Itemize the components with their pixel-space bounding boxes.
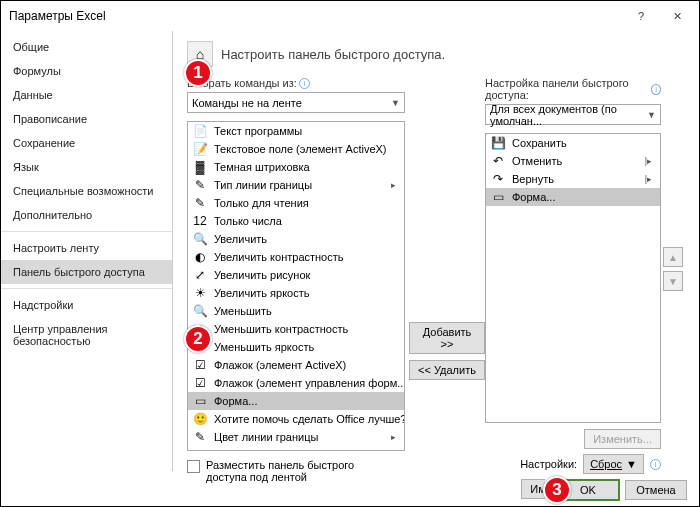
- qat-column: Настройка панели быстрого доступа: i Для…: [485, 77, 685, 504]
- reset-button[interactable]: Сброс▼: [583, 454, 644, 474]
- item-icon: ↷: [490, 171, 506, 187]
- sidebar-item[interactable]: Панель быстрого доступа: [1, 260, 172, 284]
- item-icon: 📄: [192, 123, 208, 139]
- item-label: Цвет линии границы: [214, 431, 318, 443]
- sidebar-item[interactable]: Надстройки: [1, 293, 172, 317]
- item-label: Только для чтения: [214, 197, 309, 209]
- commands-column: Выбрать команды из: i Команды не на лент…: [187, 77, 409, 504]
- item-icon: ✎: [192, 177, 208, 193]
- list-item[interactable]: ▭Форма...: [486, 188, 660, 206]
- sidebar-item[interactable]: Настроить ленту: [1, 236, 172, 260]
- choose-commands-combo[interactable]: Команды не на ленте ▼: [187, 92, 405, 113]
- list-item[interactable]: 🔍Увеличить: [188, 230, 404, 248]
- item-label: Увеличить яркость: [214, 287, 310, 299]
- info-icon[interactable]: i: [650, 459, 661, 470]
- list-item[interactable]: ☀Увеличить яркость: [188, 284, 404, 302]
- list-item[interactable]: ↶Отменить|▸: [486, 152, 660, 170]
- item-icon: ↶: [490, 153, 506, 169]
- sidebar-item[interactable]: Специальные возможности: [1, 179, 172, 203]
- titlebar: Параметры Excel ? ✕: [1, 1, 699, 31]
- item-label: Только числа: [214, 215, 282, 227]
- move-up-button: ▲: [663, 247, 683, 267]
- item-label: Хотите помочь сделать Office лучше?: [214, 413, 405, 425]
- sidebar-item[interactable]: Формулы: [1, 59, 172, 83]
- sidebar-item[interactable]: Общие: [1, 35, 172, 59]
- item-icon: ▭: [490, 189, 506, 205]
- list-item[interactable]: ☼Уменьшить яркость: [188, 338, 404, 356]
- item-icon: ▭: [192, 393, 208, 409]
- qat-scope-combo[interactable]: Для всех документов (по умолчан... ▼: [485, 104, 661, 125]
- list-item[interactable]: 🔍Уменьшить: [188, 302, 404, 320]
- item-label: Форма...: [214, 395, 257, 407]
- sidebar-item[interactable]: Правописание: [1, 107, 172, 131]
- choose-commands-label: Выбрать команды из: i: [187, 77, 409, 89]
- item-icon: ☀: [192, 285, 208, 301]
- checkbox-icon: [187, 460, 200, 473]
- customize-qat-label: Настройка панели быстрого доступа: i: [485, 77, 661, 101]
- chevron-down-icon: ▼: [391, 98, 400, 108]
- item-icon: 12: [192, 213, 208, 229]
- move-down-button: ▼: [663, 271, 683, 291]
- help-button[interactable]: ?: [623, 2, 659, 30]
- item-label: Уменьшить яркость: [214, 341, 314, 353]
- sidebar-item[interactable]: Данные: [1, 83, 172, 107]
- item-icon: ✎: [192, 429, 208, 445]
- list-item[interactable]: ✎Цвет линии границы▸: [188, 428, 404, 446]
- submenu-icon: |▸: [645, 156, 656, 166]
- list-item[interactable]: ⤢Увеличить рисунок: [188, 266, 404, 284]
- item-icon: ▓: [192, 159, 208, 175]
- submenu-icon: ▸: [391, 432, 400, 442]
- sidebar-item[interactable]: Центр управления безопасностью: [1, 317, 172, 353]
- item-label: Форма...: [512, 191, 555, 203]
- list-item[interactable]: 12Только числа: [188, 212, 404, 230]
- info-icon[interactable]: i: [299, 78, 310, 89]
- below-ribbon-checkbox[interactable]: Разместить панель быстрого доступа под л…: [187, 459, 409, 483]
- list-item[interactable]: ☑Флажок (элемент ActiveX): [188, 356, 404, 374]
- list-item[interactable]: ◐Увеличить контрастность: [188, 248, 404, 266]
- item-label: Сохранить: [512, 137, 567, 149]
- item-label: Текст программы: [214, 125, 302, 137]
- close-button[interactable]: ✕: [659, 2, 695, 30]
- list-item[interactable]: 📄Текст программы: [188, 122, 404, 140]
- main-header: ⌂ Настроить панель быстрого доступа.: [187, 41, 685, 67]
- item-label: Увеличить рисунок: [214, 269, 310, 281]
- item-label: Уменьшить: [214, 305, 272, 317]
- item-icon: 📝: [192, 141, 208, 157]
- item-label: Цвет объемной фигуры: [214, 449, 334, 451]
- item-icon: ◧: [192, 447, 208, 451]
- remove-button[interactable]: << Удалить: [409, 360, 485, 380]
- list-item[interactable]: 🙂Хотите помочь сделать Office лучше?: [188, 410, 404, 428]
- list-item[interactable]: ✎Только для чтения: [188, 194, 404, 212]
- list-item[interactable]: 📝Текстовое поле (элемент ActiveX): [188, 140, 404, 158]
- callout-2: 2: [184, 325, 212, 353]
- item-label: Отменить: [512, 155, 562, 167]
- list-item[interactable]: 💾Сохранить: [486, 134, 660, 152]
- qat-listbox[interactable]: 💾Сохранить↶Отменить|▸↷Вернуть|▸▭Форма...: [485, 133, 661, 423]
- add-button[interactable]: Добавить >>: [409, 322, 485, 354]
- commands-listbox[interactable]: 📄Текст программы📝Текстовое поле (элемент…: [187, 121, 405, 451]
- item-label: Увеличить контрастность: [214, 251, 344, 263]
- item-label: Увеличить: [214, 233, 267, 245]
- item-label: Текстовое поле (элемент ActiveX): [214, 143, 387, 155]
- content: ОбщиеФормулыДанныеПравописаниеСохранение…: [1, 31, 699, 471]
- list-item[interactable]: ◧Цвет объемной фигуры▸: [188, 446, 404, 451]
- list-item[interactable]: ◑Уменьшить контрастность: [188, 320, 404, 338]
- cancel-button[interactable]: Отмена: [625, 480, 687, 500]
- item-label: Вернуть: [512, 173, 554, 185]
- sidebar-item[interactable]: Дополнительно: [1, 203, 172, 227]
- info-icon[interactable]: i: [651, 84, 661, 95]
- list-item[interactable]: ☑Флажок (элемент управления форм...: [188, 374, 404, 392]
- item-label: Темная штриховка: [214, 161, 310, 173]
- list-item[interactable]: ✎Тип линии границы▸: [188, 176, 404, 194]
- sidebar-item[interactable]: Сохранение: [1, 131, 172, 155]
- list-item[interactable]: ▭Форма...: [188, 392, 404, 410]
- item-label: Флажок (элемент управления форм...: [214, 377, 405, 389]
- page-title: Настроить панель быстрого доступа.: [221, 47, 445, 62]
- item-icon: ☑: [192, 357, 208, 373]
- item-label: Тип линии границы: [214, 179, 312, 191]
- list-item[interactable]: ↷Вернуть|▸: [486, 170, 660, 188]
- item-label: Уменьшить контрастность: [214, 323, 348, 335]
- sidebar-item[interactable]: Язык: [1, 155, 172, 179]
- item-icon: 🔍: [192, 303, 208, 319]
- list-item[interactable]: ▓Темная штриховка: [188, 158, 404, 176]
